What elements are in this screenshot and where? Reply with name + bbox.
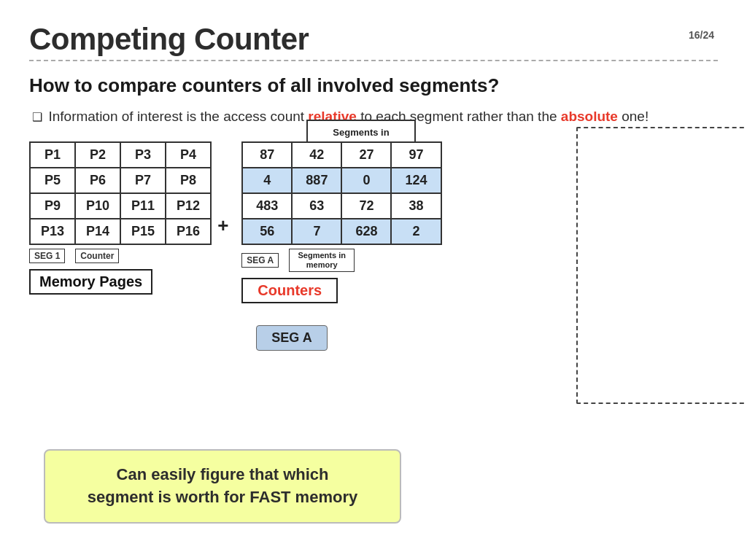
- right-section: 87 42 27 97 4 887 0 124 483 63 72: [241, 141, 441, 351]
- memory-pages-label: Memory Pages: [29, 269, 152, 295]
- title-divider: [29, 60, 718, 61]
- cell-7: 7: [292, 219, 341, 244]
- subtitle: How to compare counters of all involved …: [29, 74, 718, 97]
- table-row: P5 P6 P7 P8: [30, 168, 211, 193]
- cell-p5: P5: [30, 168, 75, 193]
- counters-label: Counters: [241, 278, 338, 303]
- cell-87: 87: [242, 142, 292, 168]
- page-number: 16/24: [689, 29, 714, 41]
- cell-p12: P12: [166, 193, 211, 219]
- table-row: 87 42 27 97: [242, 142, 441, 168]
- seg-fast-box2: Segments inmemory: [289, 249, 355, 272]
- cell-p13: P13: [30, 219, 75, 244]
- cell-0: 0: [341, 168, 391, 193]
- cell-483: 483: [242, 193, 292, 219]
- memory-pages-table: P1 P2 P3 P4 P5 P6 P7 P8 P9 P10 P11: [29, 141, 212, 245]
- cell-p16: P16: [166, 219, 211, 244]
- cell-4: 4: [242, 168, 292, 193]
- counter-label-small: Counter: [75, 249, 119, 263]
- cell-p3: P3: [120, 142, 166, 168]
- cell-p9: P9: [30, 193, 75, 219]
- cell-p8: P8: [166, 168, 211, 193]
- slide-title: Competing Counter: [29, 22, 718, 57]
- cell-p6: P6: [75, 168, 120, 193]
- cell-124: 124: [391, 168, 441, 193]
- table-row: 4 887 0 124: [242, 168, 441, 193]
- slide: 16/24 Competing Counter How to compare c…: [0, 0, 747, 560]
- highlight-line2: segment is worth for FAST memory: [88, 488, 357, 506]
- cell-p10: P10: [75, 193, 120, 219]
- cell-63: 63: [292, 193, 341, 219]
- left-section: Segments in Fast Memory fast m P1 P2 P3 …: [29, 141, 212, 295]
- highlight-box: Can easily figure that which segment is …: [44, 449, 401, 524]
- cell-27: 27: [341, 142, 391, 168]
- cell-p7: P7: [120, 168, 166, 193]
- seg-a-small-label: SEG A: [241, 253, 279, 268]
- cell-887: 887: [292, 168, 341, 193]
- bullet-text3: one!: [618, 109, 649, 124]
- cell-72: 72: [341, 193, 391, 219]
- cell-56: 56: [242, 219, 292, 244]
- cell-97: 97: [391, 142, 441, 168]
- plus-sign: +: [217, 214, 228, 237]
- cell-p14: P14: [75, 219, 120, 244]
- seg1-label: SEG 1: [29, 249, 65, 263]
- bullet-text1: Information of interest is the access co…: [48, 109, 308, 124]
- cell-2: 2: [391, 219, 441, 244]
- cell-p11: P11: [120, 193, 166, 219]
- cell-p4: P4: [166, 142, 211, 168]
- fast-memory-dashed-rect: [576, 127, 747, 404]
- counters-table: 87 42 27 97 4 887 0 124 483 63 72: [241, 141, 441, 245]
- bullet-absolute: absolute: [561, 109, 618, 124]
- table-row: P1 P2 P3 P4: [30, 142, 211, 168]
- table-row: P13 P14 P15 P16: [30, 219, 211, 244]
- cell-628: 628: [341, 219, 391, 244]
- table-row: P9 P10 P11 P12: [30, 193, 211, 219]
- highlight-line1: Can easily figure that which: [117, 465, 329, 483]
- cell-42: 42: [292, 142, 341, 168]
- seg-a-box: SEG A: [256, 325, 327, 351]
- table-row: 483 63 72 38: [242, 193, 441, 219]
- cell-p1: P1: [30, 142, 75, 168]
- cell-p15: P15: [120, 219, 166, 244]
- cell-p2: P2: [75, 142, 120, 168]
- cell-38: 38: [391, 193, 441, 219]
- table-row: 56 7 628 2: [242, 219, 441, 244]
